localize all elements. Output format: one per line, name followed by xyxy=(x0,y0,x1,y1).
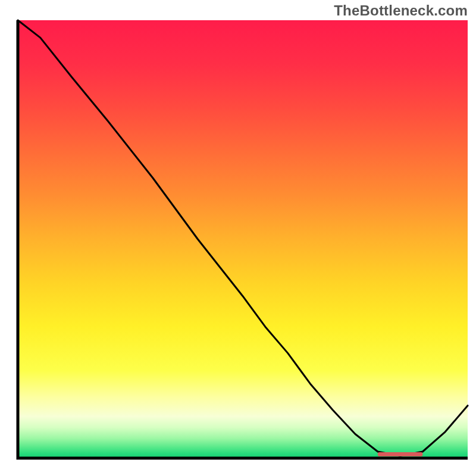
watermark-text: TheBottleneck.com xyxy=(334,2,468,19)
minimum-highlight xyxy=(378,452,423,456)
chart-container: TheBottleneck.com xyxy=(0,0,476,476)
plot-background xyxy=(18,20,468,458)
chart-svg xyxy=(0,0,476,476)
